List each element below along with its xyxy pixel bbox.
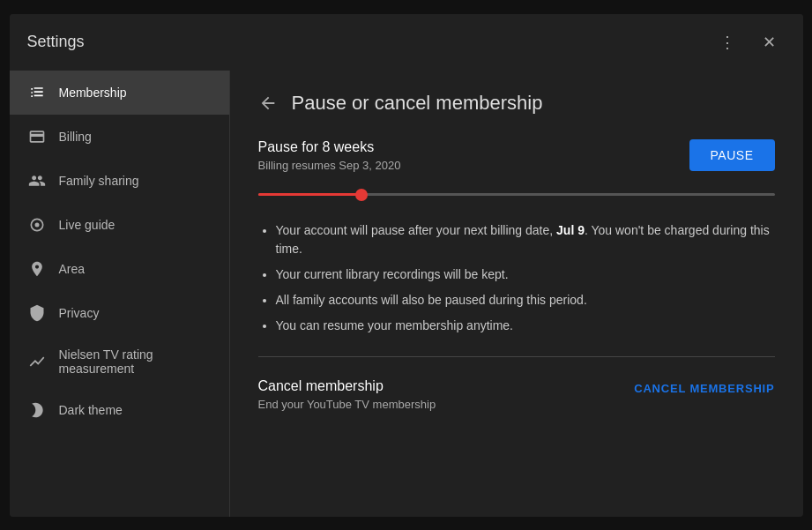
sidebar-item-nielsen[interactable]: Nielsen TV rating measurement [10, 335, 229, 388]
cancel-membership-button[interactable]: CANCEL MEMBERSHIP [634, 378, 774, 395]
content-title: Pause or cancel membership [292, 92, 543, 115]
pause-section: Pause for 8 weeks Billing resumes Sep 3,… [258, 139, 775, 335]
header-actions: ⋮ ✕ [711, 26, 786, 58]
dialog-body: Membership Billing [10, 71, 803, 517]
sidebar-label-nielsen: Nielsen TV rating measurement [59, 347, 212, 376]
sidebar-item-privacy[interactable]: Privacy [10, 291, 229, 335]
area-icon [27, 259, 47, 279]
privacy-icon [27, 303, 47, 323]
overlay-background: Settings ⋮ ✕ Mem [0, 0, 812, 530]
sidebar-label-membership: Membership [59, 86, 127, 100]
cancel-subtext: End your YouTube TV membership [258, 398, 436, 411]
dark-theme-icon [27, 400, 47, 420]
slider-fill [258, 193, 361, 196]
main-content: Pause or cancel membership Pause for 8 w… [230, 71, 803, 517]
dialog-header: Settings ⋮ ✕ [10, 14, 803, 71]
section-divider [258, 356, 775, 357]
svg-point-1 [34, 222, 39, 227]
cancel-heading: Cancel membership [258, 378, 436, 394]
pause-bullets: Your account will pause after your next … [258, 221, 775, 335]
family-icon [27, 171, 47, 190]
more-icon: ⋮ [719, 33, 735, 52]
nielsen-icon [27, 352, 47, 371]
pause-slider-container[interactable] [258, 186, 775, 204]
live-icon [27, 215, 47, 235]
more-options-button[interactable]: ⋮ [711, 26, 743, 58]
pause-info: Pause for 8 weeks Billing resumes Sep 3,… [258, 139, 401, 172]
sidebar-label-privacy: Privacy [59, 306, 100, 320]
sidebar-item-family-sharing[interactable]: Family sharing [10, 159, 229, 203]
slider-track [258, 193, 775, 196]
sidebar-label-family: Family sharing [59, 174, 139, 188]
close-button[interactable]: ✕ [754, 26, 786, 58]
sidebar-item-area[interactable]: Area [10, 247, 229, 291]
sidebar-label-live: Live guide [59, 218, 115, 232]
sidebar-item-live-guide[interactable]: Live guide [10, 203, 229, 247]
bullet-item: Your current library recordings will be … [276, 265, 775, 284]
settings-dialog: Settings ⋮ ✕ Mem [10, 14, 803, 517]
sidebar-item-membership[interactable]: Membership [10, 71, 229, 115]
sidebar-label-dark-theme: Dark theme [59, 403, 123, 417]
pause-button[interactable]: PAUSE [689, 139, 775, 171]
bullet-item: All family accounts will also be paused … [276, 291, 775, 310]
sidebar-label-area: Area [59, 262, 86, 276]
content-header: Pause or cancel membership [258, 92, 775, 115]
pause-subtext: Billing resumes Sep 3, 2020 [258, 159, 401, 172]
sidebar: Membership Billing [10, 71, 230, 517]
sidebar-item-billing[interactable]: Billing [10, 115, 229, 159]
bullet-item: You can resume your membership anytime. [276, 317, 775, 335]
cancel-section: Cancel membership End your YouTube TV me… [258, 378, 775, 411]
slider-thumb[interactable] [355, 189, 368, 201]
pause-heading: Pause for 8 weeks [258, 139, 401, 155]
cancel-info: Cancel membership End your YouTube TV me… [258, 378, 436, 411]
billing-icon [27, 127, 47, 146]
bullet-item: Your account will pause after your next … [276, 221, 775, 258]
dialog-title: Settings [27, 33, 85, 51]
close-icon: ✕ [763, 33, 776, 52]
pause-top: Pause for 8 weeks Billing resumes Sep 3,… [258, 139, 775, 172]
sidebar-label-billing: Billing [59, 130, 92, 144]
sidebar-item-dark-theme[interactable]: Dark theme [10, 388, 229, 432]
back-button[interactable] [258, 93, 278, 113]
membership-icon [27, 83, 47, 102]
